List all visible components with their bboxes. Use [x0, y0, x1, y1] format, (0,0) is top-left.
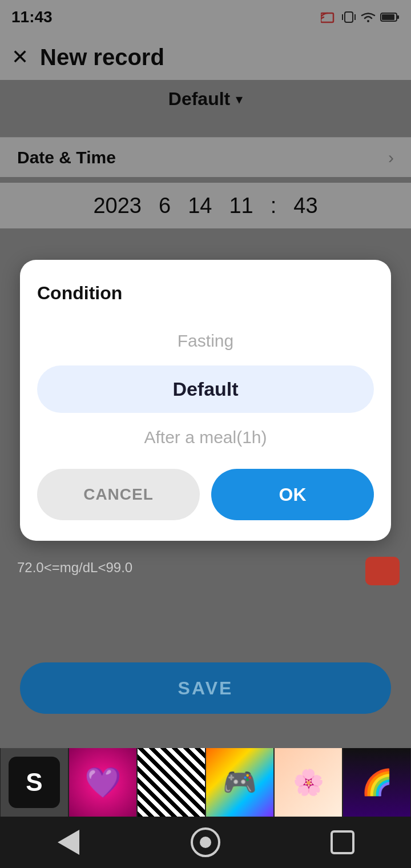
save-button[interactable]: SAVE: [20, 662, 391, 714]
dialog-buttons: CANCEL OK: [37, 469, 374, 520]
navigation-bar: [0, 817, 411, 868]
hand-emoji: 🌸: [293, 767, 324, 797]
thumb-controller: 🎮: [206, 748, 273, 817]
cancel-button[interactable]: CANCEL: [37, 469, 200, 520]
thumbnail-strip: S 💜 🎮 🌸 🌈: [0, 748, 411, 817]
option-default[interactable]: Default: [37, 365, 374, 413]
red-badge: [365, 557, 400, 585]
thumb-s-app: S: [1, 748, 68, 817]
option-fasting[interactable]: Fasting: [37, 321, 374, 361]
home-icon: [191, 827, 220, 857]
condition-dialog: Condition Fasting Default After a meal(1…: [20, 260, 391, 541]
back-icon: [58, 830, 79, 855]
dialog-title: Condition: [37, 283, 374, 304]
thumb-chess: [138, 748, 205, 817]
recent-icon: [331, 830, 354, 854]
s-icon: S: [9, 757, 60, 808]
range-text: 72.0<=mg/dL<99.0: [17, 560, 132, 576]
thumb-rainbow: 🌈: [343, 748, 410, 817]
thumb-hand: 🌸: [275, 748, 342, 817]
thumb-heart: 💜: [69, 748, 136, 817]
ok-button[interactable]: OK: [211, 469, 374, 520]
nav-back-button[interactable]: [51, 825, 86, 859]
controller-emoji: 🎮: [223, 766, 257, 798]
heart-emoji: 💜: [84, 765, 122, 800]
nav-home-button[interactable]: [188, 825, 223, 859]
rainbow-emoji: 🌈: [361, 767, 393, 797]
option-after-meal[interactable]: After a meal(1h): [37, 417, 374, 457]
nav-recent-button[interactable]: [325, 825, 360, 859]
